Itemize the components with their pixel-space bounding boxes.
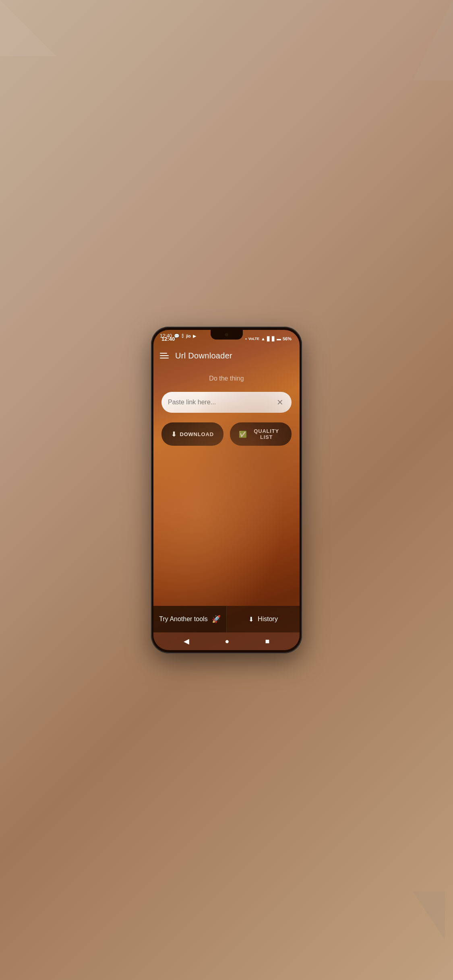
- action-buttons: ⬇ DOWNLOAD ✅ QUALITY LIST: [161, 422, 292, 446]
- quality-label: QUALITY LIST: [250, 428, 283, 440]
- download-history-icon: ⬇: [248, 616, 254, 623]
- app-title: Url Downloader: [175, 351, 232, 360]
- status-bar: 12:40 • VoLTE ▲ ▊ ▊ ▬ 56%: [153, 330, 300, 344]
- menu-button[interactable]: [160, 353, 169, 358]
- download-label: DOWNLOAD: [180, 431, 213, 437]
- app-bar: Url Downloader: [153, 344, 300, 367]
- clear-icon[interactable]: ✕: [275, 396, 285, 409]
- signal-dot-icon: •: [245, 337, 247, 341]
- back-button[interactable]: ◀: [181, 634, 192, 648]
- home-button[interactable]: ●: [223, 635, 232, 648]
- quality-icon: ✅: [239, 430, 247, 438]
- menu-line-2: [160, 355, 169, 356]
- rocket-icon: 🚀: [212, 615, 221, 624]
- subtitle-text: Do the thing: [209, 375, 244, 382]
- try-another-tools-button[interactable]: Try Another tools 🚀: [153, 606, 227, 632]
- menu-line-1: [160, 353, 167, 354]
- signal2-icon: ▊: [272, 337, 275, 341]
- menu-line-3: [160, 358, 169, 358]
- quality-list-button[interactable]: ✅ QUALITY LIST: [230, 422, 292, 446]
- notch: [211, 330, 243, 340]
- url-input-container: ✕: [161, 392, 292, 413]
- history-button[interactable]: ⬇ History: [227, 606, 300, 632]
- android-nav-bar: ◀ ● ■: [153, 632, 300, 650]
- try-tools-label: Try Another tools: [159, 616, 207, 623]
- bottom-buttons: Try Another tools 🚀 ⬇ History: [153, 606, 300, 632]
- battery-level: 56%: [283, 336, 292, 341]
- recents-button[interactable]: ■: [263, 635, 272, 648]
- signal1-icon: ▊: [267, 337, 270, 341]
- status-icons: • VoLTE ▲ ▊ ▊ ▬ 56%: [245, 336, 292, 341]
- wifi-icon: ▲: [261, 337, 265, 341]
- battery-icon: ▬: [277, 337, 281, 341]
- url-input[interactable]: [168, 399, 275, 406]
- app-content: Url Downloader Do the thing ✕ ⬇: [153, 344, 300, 650]
- main-area: Do the thing ✕ ⬇ DOWNLOAD ✅: [153, 367, 300, 606]
- camera-dot: [225, 333, 228, 336]
- bottom-nav: Try Another tools 🚀 ⬇ History ◀ ● ■: [153, 606, 300, 650]
- status-time: 12:40: [161, 336, 175, 342]
- volte-icon: VoLTE: [248, 337, 259, 341]
- download-button[interactable]: ⬇ DOWNLOAD: [161, 422, 223, 446]
- history-label: History: [258, 616, 278, 623]
- download-icon: ⬇: [171, 430, 177, 438]
- power-button: [302, 415, 302, 435]
